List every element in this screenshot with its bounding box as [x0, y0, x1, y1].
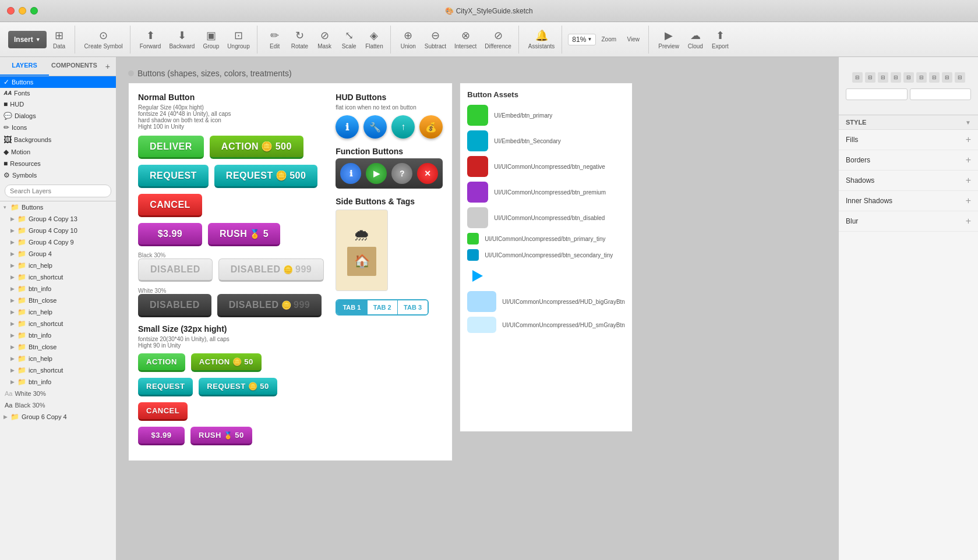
page-dialogs[interactable]: 💬 Dialogs [0, 110, 116, 122]
subtract-button[interactable]: ⊖ Subtract [421, 26, 450, 54]
data-button[interactable]: ⊞ Data [48, 26, 71, 54]
ungroup-button[interactable]: ⊡ Ungroup [224, 26, 253, 54]
tab-2[interactable]: TAB 2 [368, 300, 398, 314]
fills-add-icon[interactable]: + [966, 134, 971, 145]
hud-info-button[interactable]: ℹ [336, 115, 359, 139]
align-bottom-button[interactable]: ⊟ [916, 72, 927, 83]
close-button[interactable] [7, 7, 15, 15]
page-buttons[interactable]: ✓ Buttons [0, 76, 116, 88]
group-button[interactable]: ▣ Group [199, 26, 223, 54]
disabled-light-button[interactable]: DISABLED [138, 258, 213, 282]
assistants-button[interactable]: 🔔 Assistants [525, 26, 559, 54]
inner-shadows-row[interactable]: Inner Shadows + [839, 191, 978, 211]
blur-add-icon[interactable]: + [966, 216, 971, 226]
rush-sm-button[interactable]: RUSH 🏅 50 [190, 427, 252, 445]
position-x-input[interactable] [846, 88, 908, 100]
canvas-area[interactable]: Buttons (shapes, sizes, colors, treatmen… [116, 57, 838, 560]
borders-add-icon[interactable]: + [966, 155, 971, 165]
search-input[interactable] [5, 185, 111, 197]
page-hud[interactable]: ■ HUD [0, 98, 116, 110]
tab-3[interactable]: TAB 3 [398, 300, 428, 314]
cloud-button[interactable]: ☁ Cloud [684, 26, 707, 54]
view-button[interactable]: View [622, 26, 645, 54]
request-500-button[interactable]: REQUEST 🪙 500 [214, 165, 318, 188]
flatten-button[interactable]: ◈ Flatten [362, 26, 387, 54]
position-y-input[interactable] [910, 88, 972, 100]
disabled-coin-button[interactable]: DISABLED 🪙 999 [218, 258, 324, 282]
disabled-dark-coin-button[interactable]: DISABLED 🪙 999 [217, 294, 322, 317]
difference-button[interactable]: ⊘ Difference [481, 26, 514, 54]
zoom-button[interactable]: Zoom [597, 26, 620, 54]
layer-buttons-root[interactable]: ▾ 📁 Buttons [0, 201, 116, 213]
layer-icn-help-1[interactable]: ▶ 📁 icn_help [0, 260, 116, 271]
func-play-button[interactable]: ▶ [366, 163, 387, 184]
align-right-button[interactable]: ⊟ [878, 72, 888, 83]
layer-group4-copy10[interactable]: ▶ 📁 Group 4 Copy 10 [0, 225, 116, 236]
insert-button[interactable]: Insert ▼ [8, 31, 47, 48]
layer-group4-copy9[interactable]: ▶ 📁 Group 4 Copy 9 [0, 236, 116, 248]
price-button[interactable]: $3.99 [138, 223, 202, 246]
rush-button[interactable]: RUSH 🏅 5 [208, 223, 280, 246]
request-button[interactable]: REQUEST [138, 165, 209, 188]
layer-group4[interactable]: ▶ 📁 Group 4 [0, 248, 116, 260]
align-extra-3[interactable]: ⊟ [955, 72, 965, 83]
blur-row[interactable]: Blur + [839, 211, 978, 232]
page-motion[interactable]: ◆ Motion [0, 146, 116, 158]
price-sm-button[interactable]: $3.99 [138, 427, 185, 445]
edit-button[interactable]: ✏ Edit [263, 26, 287, 54]
func-help-button[interactable]: ? [391, 163, 412, 184]
deliver-button[interactable]: DELIVER [138, 136, 204, 159]
layer-btn-close-1[interactable]: ▶ 📁 Btn_close [0, 295, 116, 306]
layer-btn-info-2[interactable]: ▶ 📁 btn_info 👁 [0, 329, 116, 341]
page-resources[interactable]: ■ Resources [0, 158, 116, 169]
align-center-v-button[interactable]: ⊟ [903, 72, 914, 83]
layer-group6-copy4[interactable]: ▶ 📁 Group 6 Copy 4 [0, 411, 116, 423]
request-sm-button[interactable]: REQUEST [138, 378, 193, 396]
disabled-dark-button[interactable]: DISABLED [138, 294, 211, 317]
func-close-button[interactable]: ✕ [417, 163, 438, 184]
fills-row[interactable]: Fills + [839, 130, 978, 150]
page-icons[interactable]: ✏ Icons [0, 122, 116, 133]
align-top-button[interactable]: ⊟ [891, 72, 901, 83]
action-500-button[interactable]: ACTION 🪙 500 [210, 136, 303, 159]
shadows-add-icon[interactable]: + [966, 175, 971, 186]
inner-shadows-add-icon[interactable]: + [966, 196, 971, 206]
cancel-sm-button[interactable]: CANCEL [138, 402, 188, 421]
layer-btn-info-3[interactable]: ▶ 📁 btn_info 👁 [0, 376, 116, 388]
layer-icn-shortcut-1[interactable]: ▶ 📁 icn_shortcut [0, 271, 116, 283]
layer-btn-info-1[interactable]: ▶ 📁 btn_info [0, 283, 116, 295]
forward-button[interactable]: ⬆ Forward [136, 26, 165, 54]
align-extra-2[interactable]: ⊟ [942, 72, 952, 83]
page-fonts[interactable]: 𝘼𝘼 Fonts [0, 88, 116, 98]
components-tab[interactable]: COMPONENTS [49, 57, 100, 76]
action-coin-50-button[interactable]: ACTION 🪙 50 [191, 353, 262, 372]
hud-orange-button[interactable]: 💰 [419, 115, 443, 139]
mask-button[interactable]: ⊘ Mask [313, 26, 336, 54]
request-coin-50-button[interactable]: REQUEST 🪙 50 [199, 378, 277, 396]
intersect-button[interactable]: ⊗ Intersect [451, 26, 480, 54]
export-button[interactable]: ⬆ Export [708, 26, 732, 54]
add-page-button[interactable]: + [100, 57, 116, 76]
tab-1[interactable]: TAB 1 [337, 300, 367, 314]
scale-button[interactable]: ⤡ Scale [337, 26, 361, 54]
create-symbol-button[interactable]: ⊙ Create Symbol [81, 26, 126, 54]
maximize-button[interactable] [30, 7, 38, 15]
page-symbols[interactable]: ⚙ Symbols [0, 169, 116, 181]
layer-icn-help-3[interactable]: ▶ 📁 icn_help 👁 [0, 353, 116, 364]
cancel-button[interactable]: CANCEL [138, 194, 202, 217]
layer-icn-shortcut-3[interactable]: ▶ 📁 icn_shortcut 👁 [0, 364, 116, 376]
align-extra-1[interactable]: ⊟ [929, 72, 940, 83]
align-center-h-button[interactable]: ⊟ [865, 72, 875, 83]
rotate-button[interactable]: ↻ Rotate [288, 26, 312, 54]
shadows-row[interactable]: Shadows + [839, 171, 978, 191]
layers-tab[interactable]: LAYERS [0, 57, 49, 76]
hud-settings-button[interactable]: 🔧 [363, 115, 387, 139]
layer-btn-close-2[interactable]: ▶ 📁 Btn_close 👁 [0, 341, 116, 353]
func-info-button[interactable]: ℹ [340, 163, 361, 184]
union-button[interactable]: ⊕ Union [397, 26, 420, 54]
action-sm-button[interactable]: ACTION [138, 353, 185, 372]
layer-icn-shortcut-2[interactable]: ▶ 📁 icn_shortcut 👁 [0, 318, 116, 329]
page-backgrounds[interactable]: 🖼 Backgrounds [0, 133, 116, 146]
backward-button[interactable]: ⬇ Backward [165, 26, 198, 54]
layer-group4-copy13[interactable]: ▶ 📁 Group 4 Copy 13 [0, 213, 116, 225]
